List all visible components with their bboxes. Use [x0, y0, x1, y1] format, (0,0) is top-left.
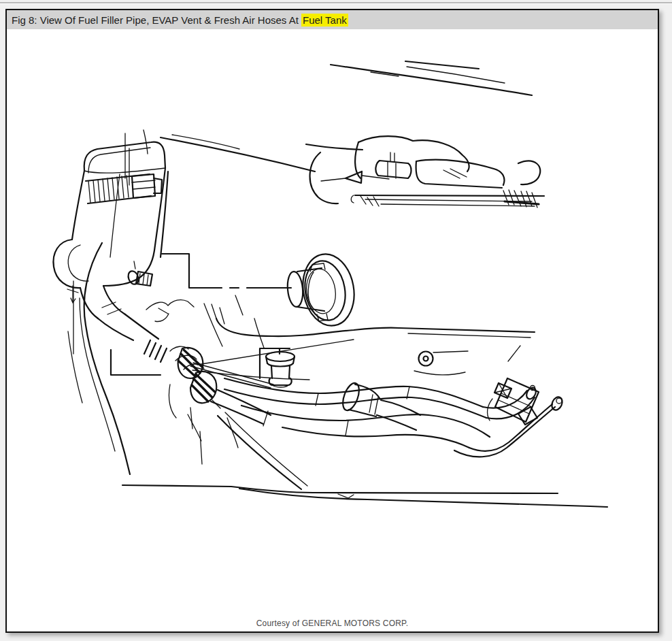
fuel-pump-module — [310, 136, 544, 208]
figure-title-text: Fig 8: View Of Fuel Filler Pipe, EVAP Ve… — [12, 14, 301, 26]
leader-line-connector — [111, 350, 161, 375]
underbody-top-lines — [161, 61, 532, 171]
panel-shading — [146, 295, 264, 348]
evap-vent-cap — [266, 352, 295, 387]
courtesy-text: Courtesy of GENERAL MOTORS CORP. — [7, 619, 658, 628]
fuel-filler-neck — [72, 130, 168, 257]
grommet-seal — [286, 250, 360, 329]
figure-title-bar: Fig 8: View Of Fuel Filler Pipe, EVAP Ve… — [7, 10, 658, 29]
underbody-sweep-lines — [122, 412, 607, 507]
leader-line-vent-cap — [260, 348, 290, 378]
filler-hose-clamp — [86, 174, 162, 203]
search-highlight: Fuel Tank — [301, 14, 348, 27]
vent-tube-clamp — [127, 261, 152, 286]
hose-open-ends — [454, 386, 565, 457]
hose-clamp-bracket — [488, 378, 539, 425]
quick-connector-cluster — [144, 340, 354, 408]
bolt-hole — [419, 352, 433, 366]
hose-bundle — [211, 378, 490, 448]
module-hatching — [360, 190, 539, 208]
fresh-air-hose-bell — [339, 381, 420, 430]
figure-frame: Fig 8: View Of Fuel Filler Pipe, EVAP Ve… — [5, 9, 659, 633]
filler-elbow — [53, 240, 158, 340]
tank-bottom-edge — [212, 304, 535, 375]
left-body-contour — [67, 243, 238, 474]
window-top-edge — [0, 2, 672, 4]
fuel-tank-diagram — [5, 9, 659, 633]
leader-lines — [111, 254, 291, 378]
leader-line-grommet — [162, 254, 222, 288]
